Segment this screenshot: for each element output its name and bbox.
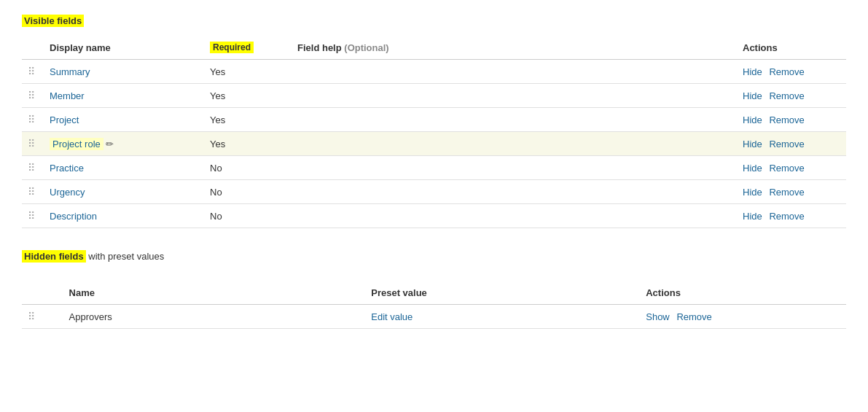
hidden-field-preset: Edit value xyxy=(365,305,640,329)
drag-handle[interactable]: ⠿ xyxy=(22,180,44,204)
field-display-name: Project role ✏ xyxy=(44,132,204,156)
action-remove[interactable]: Remove xyxy=(769,90,804,101)
drag-handle-icon: ⠿ xyxy=(28,210,34,222)
field-display-name: Practice xyxy=(44,156,204,180)
visible-fields-title: Visible fields xyxy=(22,15,84,27)
field-name-text: Summary xyxy=(50,66,90,77)
field-help xyxy=(292,132,737,156)
field-help xyxy=(292,156,737,180)
action-hide[interactable]: Hide xyxy=(743,139,762,149)
field-actions: Hide Remove xyxy=(737,132,846,156)
drag-handle-icon: ⠿ xyxy=(28,138,34,149)
table-row: ⠿MemberYesHide Remove xyxy=(22,84,846,108)
col-drag-header xyxy=(22,37,44,60)
field-required: Yes xyxy=(204,60,292,84)
drag-handle[interactable]: ⠿ xyxy=(22,305,63,329)
field-required: No xyxy=(204,204,292,228)
field-actions: Hide Remove xyxy=(737,204,846,228)
edit-value-link[interactable]: Edit value xyxy=(371,311,413,322)
table-row: ⠿Project role ✏YesHide Remove xyxy=(22,132,846,156)
field-name-text: Practice xyxy=(50,163,84,174)
action-hide[interactable]: Hide xyxy=(743,211,762,222)
field-display-name: Description xyxy=(44,204,204,228)
hidden-fields-suffix: with preset values xyxy=(88,251,164,262)
action-remove[interactable]: Remove xyxy=(769,139,804,149)
field-actions: Hide Remove xyxy=(737,156,846,180)
field-name-text: Description xyxy=(50,211,97,222)
table-row: ⠿SummaryYesHide Remove xyxy=(22,60,846,84)
drag-handle-icon: ⠿ xyxy=(28,114,34,125)
field-help xyxy=(292,204,737,228)
field-display-name: Urgency xyxy=(44,180,204,204)
hidden-action-show[interactable]: Show xyxy=(646,311,670,322)
field-actions: Hide Remove xyxy=(737,60,846,84)
action-hide[interactable]: Hide xyxy=(743,66,762,77)
table-row: ⠿UrgencyNoHide Remove xyxy=(22,180,846,204)
col-field-help-header: Field help (Optional) xyxy=(292,37,737,60)
field-required: No xyxy=(204,180,292,204)
action-hide[interactable]: Hide xyxy=(743,114,762,125)
field-actions: Hide Remove xyxy=(737,84,846,108)
col-display-name-header: Display name xyxy=(44,37,204,60)
hidden-fields-table: Name Preset value Actions ⠿ApproversEdit… xyxy=(22,283,846,329)
action-remove[interactable]: Remove xyxy=(769,211,804,222)
field-required: Yes xyxy=(204,132,292,156)
field-name-text: Member xyxy=(50,90,85,101)
field-actions: Hide Remove xyxy=(737,180,846,204)
table-row: ⠿ProjectYesHide Remove xyxy=(22,108,846,132)
hidden-fields-intro: Hidden fields with preset values xyxy=(22,250,846,273)
drag-handle[interactable]: ⠿ xyxy=(22,84,44,108)
field-display-name: Summary xyxy=(44,60,204,84)
drag-handle-icon: ⠿ xyxy=(28,66,34,77)
table-row: ⠿ApproversEdit valueShow Remove xyxy=(22,305,846,329)
field-required: Yes xyxy=(204,84,292,108)
hidden-fields-title: Hidden fields xyxy=(22,250,86,263)
drag-handle-icon: ⠿ xyxy=(28,90,34,101)
action-remove[interactable]: Remove xyxy=(769,114,804,125)
table-row: ⠿PracticeNoHide Remove xyxy=(22,156,846,180)
action-remove[interactable]: Remove xyxy=(769,163,804,174)
drag-handle-icon: ⠿ xyxy=(28,162,34,174)
table-row: ⠿DescriptionNoHide Remove xyxy=(22,204,846,228)
field-name-text: Project xyxy=(50,114,79,125)
field-help xyxy=(292,84,737,108)
field-required: Yes xyxy=(204,108,292,132)
edit-icon[interactable]: ✏ xyxy=(106,139,114,149)
action-hide[interactable]: Hide xyxy=(743,187,762,198)
visible-fields-table: Display name Required Field help (Option… xyxy=(22,37,846,228)
field-name-text: Project role xyxy=(50,138,103,150)
field-display-name: Member xyxy=(44,84,204,108)
drag-handle[interactable]: ⠿ xyxy=(22,60,44,84)
required-badge: Required xyxy=(210,42,254,53)
drag-handle-icon: ⠿ xyxy=(28,311,34,322)
drag-handle[interactable]: ⠿ xyxy=(22,156,44,180)
field-display-name: Project xyxy=(44,108,204,132)
hidden-col-drag-header xyxy=(22,283,63,305)
visible-fields-section: Visible fields Display name Required Fie… xyxy=(22,15,846,228)
hidden-action-remove[interactable]: Remove xyxy=(676,311,711,322)
field-help xyxy=(292,108,737,132)
col-required-header: Required xyxy=(204,37,292,60)
field-help-optional: (Optional) xyxy=(344,42,388,53)
action-hide[interactable]: Hide xyxy=(743,163,762,174)
hidden-fields-section: Hidden fields with preset values Name Pr… xyxy=(22,250,846,329)
drag-handle[interactable]: ⠿ xyxy=(22,132,44,156)
field-required: No xyxy=(204,156,292,180)
drag-handle-icon: ⠿ xyxy=(28,186,34,198)
action-remove[interactable]: Remove xyxy=(769,187,804,198)
hidden-field-name: Approvers xyxy=(63,305,366,329)
hidden-col-actions-header: Actions xyxy=(640,283,846,305)
hidden-field-actions: Show Remove xyxy=(640,305,846,329)
field-name-text: Urgency xyxy=(50,187,85,198)
hidden-col-preset-header: Preset value xyxy=(365,283,640,305)
field-help xyxy=(292,180,737,204)
drag-handle[interactable]: ⠿ xyxy=(22,204,44,228)
field-actions: Hide Remove xyxy=(737,108,846,132)
hidden-col-name-header: Name xyxy=(63,283,366,305)
action-hide[interactable]: Hide xyxy=(743,90,762,101)
field-help xyxy=(292,60,737,84)
drag-handle[interactable]: ⠿ xyxy=(22,108,44,132)
col-actions-header: Actions xyxy=(737,37,846,60)
action-remove[interactable]: Remove xyxy=(769,66,804,77)
